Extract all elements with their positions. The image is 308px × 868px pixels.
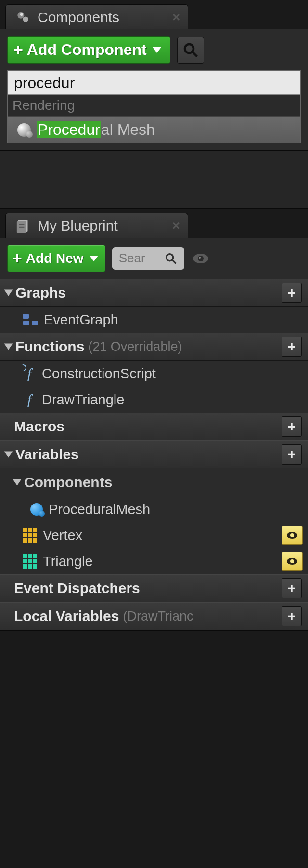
svg-point-1 [23,16,28,22]
components-sub-label: Components [24,474,112,491]
item-vertex[interactable]: Vertex [0,522,308,548]
svg-point-2 [20,13,23,16]
expand-icon [4,344,13,350]
array-icon [23,528,37,543]
svg-line-4 [192,52,197,56]
blueprint-tab-title: My Blueprint [38,218,118,234]
my-blueprint-panel: My Blueprint × + Add New [0,208,308,631]
localvars-ann: (DrawTrianc [123,609,193,624]
plus-icon: + [13,40,23,59]
add-component-label: Add Component [27,41,147,59]
eventgraph-label: EventGraph [44,312,118,328]
expand-icon [4,452,13,458]
add-macro-button[interactable]: + [282,416,302,437]
blueprint-search[interactable] [112,247,184,270]
component-dropdown: Rendering Procedural Mesh [7,70,301,143]
section-macros[interactable]: Macros + [0,413,308,440]
triangle-label: Triangle [43,554,93,570]
blueprint-tab[interactable]: My Blueprint × [5,213,188,238]
component-search-input[interactable] [8,71,300,95]
eye-icon [286,557,298,566]
chevron-down-icon [90,256,98,261]
search-icon [182,41,199,59]
proceduralmesh-label: ProceduralMesh [49,502,150,518]
expand-icon [4,290,13,296]
item-constructionscript[interactable]: f ConstructionScript [0,361,308,387]
section-localvars[interactable]: Local Variables (DrawTrianc + [0,602,308,630]
plus-icon: + [13,249,22,268]
blueprint-toolbar: + Add New [0,238,308,279]
eventgraph-icon [23,314,38,325]
functions-count: (21 Overridable) [88,339,182,354]
visibility-toggle[interactable] [282,526,303,545]
dispatchers-label: Event Dispatchers [14,580,140,596]
eye-icon [191,252,210,265]
blueprint-search-input[interactable] [119,251,160,266]
result-text: Procedural Mesh [37,121,155,139]
array-icon [23,554,37,569]
components-tab-bar: Components × [0,0,308,29]
functions-label: Functions [15,338,84,355]
svg-point-13 [199,257,201,259]
item-eventgraph[interactable]: EventGraph [0,307,308,333]
function-icon: f [23,391,36,408]
variables-label: Variables [15,446,79,463]
close-icon[interactable]: × [172,218,180,233]
section-graphs[interactable]: Graphs + [0,279,308,307]
add-new-label: Add New [26,251,84,266]
visibility-dropdown[interactable] [191,252,213,265]
close-icon[interactable]: × [172,10,180,25]
components-tab-title: Components [38,9,119,26]
match-highlight: Procedur [37,121,101,138]
add-localvar-button[interactable]: + [282,606,302,626]
svg-line-10 [172,260,176,263]
search-icon [164,252,178,265]
result-procedural-mesh[interactable]: Procedural Mesh [8,116,300,143]
blueprint-icon [15,218,32,234]
components-icon [15,9,32,26]
components-tab[interactable]: Components × [5,4,188,29]
add-function-button[interactable]: + [282,337,302,357]
section-components-sub[interactable]: Components [0,468,308,496]
add-graph-button[interactable]: + [282,283,302,303]
section-functions[interactable]: Functions (21 Overridable) + [0,333,308,361]
panel-spacer [0,151,308,208]
item-drawtriangle[interactable]: f DrawTriangle [0,387,308,413]
graphs-label: Graphs [15,285,66,301]
function-icon: f [23,365,36,382]
macros-label: Macros [14,418,64,435]
vertex-label: Vertex [43,528,82,544]
match-remainder: al Mesh [101,121,155,138]
section-dispatchers[interactable]: Event Dispatchers + [0,574,308,602]
add-dispatcher-button[interactable]: + [282,578,302,598]
svg-point-17 [290,559,294,563]
mesh-icon [17,123,31,137]
components-body: + Add Component Rendering Procedural Mes… [0,29,308,143]
blueprint-tab-bar: My Blueprint × [0,209,308,238]
item-proceduralmesh[interactable]: ProceduralMesh [0,496,308,522]
svg-point-9 [166,254,173,260]
expand-icon [13,479,22,486]
blueprint-body: + Add New [0,238,308,630]
svg-point-3 [185,44,193,53]
eye-icon [286,531,298,540]
constructionscript-label: ConstructionScript [42,366,156,382]
section-variables[interactable]: Variables + [0,440,308,468]
svg-point-15 [290,533,294,537]
category-rendering: Rendering [8,95,300,116]
search-button[interactable] [177,37,204,64]
svg-point-12 [198,256,204,261]
add-variable-button[interactable]: + [282,444,302,465]
add-new-button[interactable]: + Add New [7,245,105,272]
add-component-button[interactable]: + Add Component [7,36,170,64]
item-triangle[interactable]: Triangle [0,548,308,574]
components-toolbar: + Add Component [0,29,308,70]
visibility-toggle[interactable] [282,552,303,571]
components-panel: Components × + Add Component Rendering [0,0,308,151]
procedural-mesh-icon [30,503,43,516]
localvars-label: Local Variables [14,608,119,624]
drawtriangle-label: DrawTriangle [42,392,124,408]
chevron-down-icon [153,47,161,53]
